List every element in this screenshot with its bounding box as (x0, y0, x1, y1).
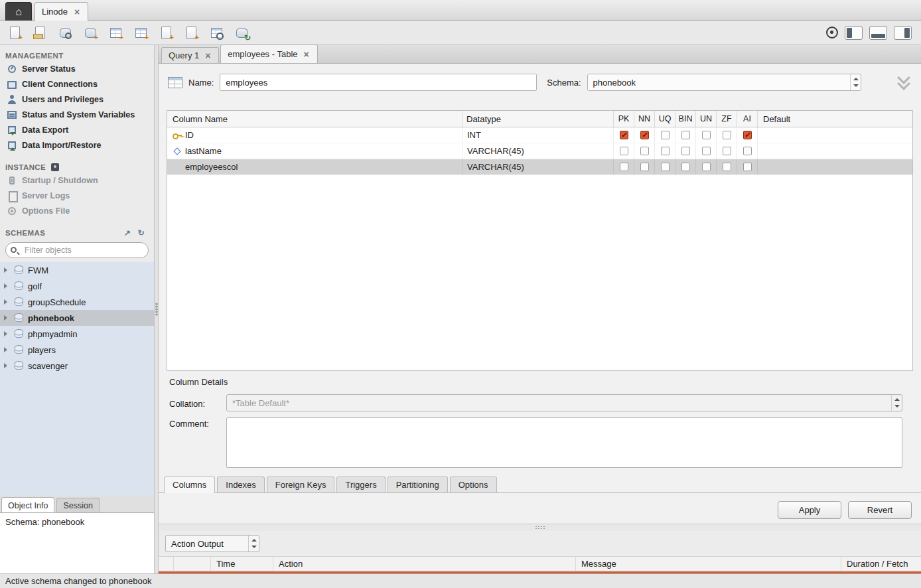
grid-column-header[interactable]: AI (737, 111, 758, 127)
un-checkbox[interactable] (702, 147, 711, 155)
editor-tab[interactable]: Partitioning (388, 477, 448, 492)
expander-icon[interactable] (4, 283, 10, 289)
schema-filter-input[interactable] (5, 242, 149, 258)
editor-tab[interactable]: Options (450, 477, 497, 492)
schema-item[interactable]: groupSchedule (0, 294, 154, 310)
uq-checkbox[interactable] (661, 163, 670, 171)
create-view-icon[interactable] (133, 25, 149, 40)
pk-checkbox[interactable] (620, 147, 628, 155)
column-name-cell[interactable]: employeescol (167, 159, 462, 175)
info-tab[interactable]: Object Info (1, 497, 54, 512)
expander-icon[interactable] (4, 331, 10, 336)
grid-column-header[interactable]: NN (634, 111, 655, 127)
create-function-icon[interactable] (183, 25, 199, 40)
grid-column-header[interactable]: Default (758, 111, 912, 127)
create-procedure-icon[interactable] (158, 25, 174, 40)
column-name-cell[interactable]: ID (167, 127, 462, 143)
grid-column-header[interactable]: UQ (655, 111, 675, 127)
apply-button[interactable]: Apply (778, 501, 841, 519)
toggle-left-sidebar-icon[interactable] (845, 26, 863, 40)
un-checkbox[interactable] (702, 163, 711, 171)
default-cell[interactable] (758, 143, 912, 159)
expand-panel-icon[interactable] (124, 229, 131, 237)
bin-checkbox[interactable] (681, 163, 690, 171)
collation-select[interactable]: *Table Default* (226, 394, 902, 411)
create-table-icon[interactable] (107, 25, 123, 40)
grid-column-header[interactable]: PK (614, 111, 634, 127)
pk-checkbox[interactable] (620, 163, 628, 171)
collapse-editor-icon[interactable] (896, 75, 912, 90)
info-tab[interactable]: Session (56, 498, 99, 512)
expander-icon[interactable] (4, 347, 10, 352)
table-row[interactable]: lastName VARCHAR(45) (167, 143, 912, 159)
grid-column-header[interactable]: Column Name (167, 111, 462, 127)
schema-item[interactable]: players (0, 342, 154, 358)
sidebar-splitter[interactable] (154, 45, 159, 573)
zf-checkbox[interactable] (723, 131, 731, 139)
action-output-select[interactable]: Action Output (165, 535, 259, 552)
grid-column-header[interactable]: ZF (717, 111, 737, 127)
search-table-data-icon[interactable] (208, 25, 224, 40)
expander-icon[interactable] (4, 315, 10, 321)
sidebar-item[interactable]: Server Status (0, 61, 154, 76)
create-schema-icon[interactable] (82, 25, 98, 40)
close-icon[interactable] (303, 50, 311, 59)
close-icon[interactable] (73, 7, 81, 17)
schema-inspector-icon[interactable] (57, 25, 73, 40)
ai-checkbox[interactable] (743, 131, 752, 139)
datatype-cell[interactable]: VARCHAR(45) (462, 143, 614, 159)
sidebar-item[interactable]: Users and Privileges (0, 92, 154, 107)
datatype-cell[interactable]: VARCHAR(45) (462, 159, 614, 175)
expander-icon[interactable] (4, 267, 10, 273)
expander-icon[interactable] (4, 299, 10, 305)
sidebar-item[interactable]: Data Import/Restore (0, 137, 154, 153)
zf-checkbox[interactable] (723, 163, 731, 171)
revert-button[interactable]: Revert (848, 501, 912, 519)
status-icon[interactable] (826, 27, 838, 38)
ai-checkbox[interactable] (743, 147, 752, 155)
ai-checkbox[interactable] (743, 163, 752, 171)
new-sql-tab-icon[interactable] (7, 25, 23, 40)
editor-tab[interactable]: Columns (164, 477, 215, 493)
table-row[interactable]: employeescol VARCHAR(45) (167, 159, 912, 175)
toggle-output-area-icon[interactable] (869, 26, 887, 40)
table-row[interactable]: ID INT (167, 127, 912, 143)
toggle-right-sidebar-icon[interactable] (894, 26, 912, 40)
sidebar-item[interactable]: Options File (0, 203, 154, 218)
reconnect-dbms-icon[interactable] (234, 25, 249, 40)
sidebar-item[interactable]: Client Connections (0, 76, 154, 92)
uq-checkbox[interactable] (661, 147, 670, 155)
zf-checkbox[interactable] (723, 147, 731, 155)
schema-item[interactable]: scavenger (0, 358, 154, 374)
datatype-cell[interactable]: INT (462, 127, 614, 143)
pk-checkbox[interactable] (620, 131, 628, 139)
editor-tab[interactable]: Indexes (217, 477, 265, 492)
sidebar-item[interactable]: Status and System Variables (0, 107, 154, 122)
grid-column-header[interactable]: BIN (675, 111, 696, 127)
schema-item[interactable]: golf (0, 278, 154, 294)
column-name-cell[interactable]: lastName (167, 143, 462, 159)
refresh-schemas-icon[interactable] (138, 229, 145, 237)
schema-select[interactable]: phonebook (587, 74, 861, 91)
tab-query-1[interactable]: Query 1 (161, 47, 219, 63)
sidebar-item[interactable]: Server Logs (0, 188, 154, 203)
bin-checkbox[interactable] (681, 131, 690, 139)
default-cell[interactable] (758, 127, 912, 143)
nn-checkbox[interactable] (640, 163, 649, 171)
bin-checkbox[interactable] (681, 147, 690, 155)
home-tab[interactable] (5, 2, 32, 21)
default-cell[interactable] (758, 159, 912, 175)
expander-icon[interactable] (4, 363, 10, 368)
grid-column-header[interactable]: UN (696, 111, 717, 127)
connection-tab[interactable]: Linode (35, 2, 88, 21)
sidebar-item[interactable]: Data Export (0, 122, 154, 137)
open-sql-script-icon[interactable] (32, 25, 48, 40)
schema-item[interactable]: phonebook (0, 310, 154, 326)
tab-employees-table[interactable]: employees - Table (220, 44, 317, 63)
editor-tab[interactable]: Triggers (336, 477, 385, 492)
comment-textarea[interactable] (226, 417, 902, 468)
schema-item[interactable]: phpmyadmin (0, 326, 154, 342)
table-name-input[interactable] (220, 74, 537, 91)
editor-tab[interactable]: Foreign Keys (267, 477, 335, 492)
uq-checkbox[interactable] (661, 131, 670, 139)
